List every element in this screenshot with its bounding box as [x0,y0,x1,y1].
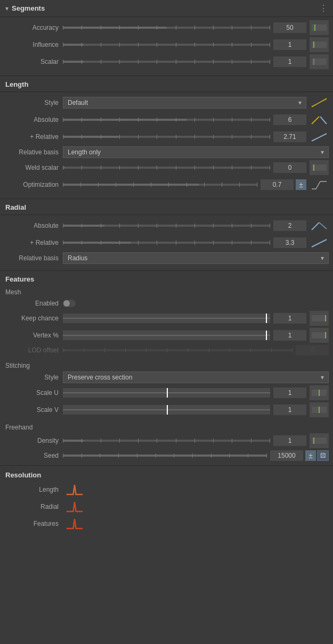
mesh-vertex-label: Vertex % [4,332,63,339]
mesh-subsection-label: Mesh [0,285,333,297]
length-relative-basis-dropdown[interactable]: Length only ▾ [63,146,329,158]
length-weld-scalar-value[interactable]: 0 [273,162,306,173]
influence-label: Influence [4,41,63,48]
influence-value[interactable]: 1 [273,39,306,50]
accuracy-slider[interactable] [63,23,270,32]
segments-header: ▾ Segments ⋮ [0,0,333,17]
radial-relative-row: + Relative 3.3 [0,234,333,251]
scalar-row: Scalar 1 [0,53,333,70]
freehand-seed-value[interactable]: 15000 [270,450,303,461]
influence-slider[interactable] [63,40,270,49]
resolution-length-label: Length [4,486,63,493]
length-relative-slider[interactable] [63,132,270,142]
mesh-lod-offset-row: LOD offset 0 [0,344,333,357]
stitching-scale-u-icon [310,385,329,400]
resolution-radial-label: Radial [4,503,63,510]
mesh-keep-chance-row: Keep chance 1 [0,310,333,327]
accuracy-label: Accuracy [4,24,63,31]
mesh-keep-chance-value[interactable]: 1 [273,313,306,324]
mesh-keep-chance-label: Keep chance [4,315,63,322]
radial-relative-label: + Relative [4,239,63,246]
radial-body: Absolute 2 [0,215,333,269]
mesh-enabled-knob [63,300,70,307]
stitching-scale-u-slider[interactable] [63,388,270,398]
scalar-slider[interactable] [63,57,270,67]
resolution-title: Resolution [5,471,41,479]
stitching-scale-v-row: Scale V 1 [0,401,333,418]
mesh-lod-offset-label: LOD offset [4,346,63,354]
accuracy-icon [310,20,329,35]
mesh-keep-chance-slider[interactable] [63,313,270,323]
scalar-value[interactable]: 1 [273,56,306,67]
radial-relative-basis-row: Relative basis Radius ▾ [0,251,333,265]
mesh-vertex-icon [310,328,329,343]
radial-relative-basis-label: Relative basis [4,254,63,262]
length-optimization-row: Optimization 0.7 ± [0,176,333,193]
resolution-radial-icon [65,499,84,514]
segments-body: Accuracy 50 [0,17,333,75]
mesh-vertex-slider[interactable] [63,331,270,340]
length-style-label: Style [4,99,63,106]
resolution-header: Resolution [0,467,333,481]
length-absolute-value[interactable]: 6 [273,114,306,125]
radial-header: Radial [0,200,333,215]
radial-absolute-label: Absolute [4,222,63,229]
freehand-seed-slider[interactable] [63,451,267,460]
length-title: Length [5,80,28,88]
length-weld-scalar-slider[interactable] [63,163,270,172]
length-relative-basis-arrow: ▾ [321,148,324,156]
freehand-density-slider[interactable] [63,436,270,445]
length-optimization-pm-btn[interactable]: ± [296,179,306,190]
resolution-features-row: Features [0,515,333,532]
radial-relative-basis-arrow: ▾ [321,254,324,262]
length-relative-label: + Relative [4,133,63,141]
radial-relative-value[interactable]: 3.3 [273,237,306,248]
radial-absolute-row: Absolute 2 [0,217,333,234]
mesh-lod-offset-slider [63,345,293,355]
stitching-style-label: Style [4,374,63,381]
accuracy-value[interactable]: 50 [273,22,306,33]
length-style-arrow: ▾ [298,99,302,106]
mesh-enabled-label: Enabled [4,300,63,307]
stitching-scale-v-icon [310,402,329,417]
segments-menu-icon[interactable]: ⋮ [319,3,328,13]
radial-absolute-slider[interactable] [63,221,270,230]
length-optimization-icon [310,177,329,192]
radial-title: Radial [5,203,26,211]
influence-row: Influence 1 [0,36,333,53]
resolution-length-row: Length [0,481,333,498]
length-absolute-row: Absolute 6 [0,111,333,128]
stitching-scale-u-value[interactable]: 1 [273,387,306,398]
radial-relative-slider[interactable] [63,238,270,247]
length-style-icon [310,95,329,110]
stitching-scale-v-slider[interactable] [63,405,270,415]
length-body: Style Default ▾ Absolute [0,92,333,197]
length-relative-value[interactable]: 2.71 [273,131,306,142]
mesh-keep-chance-icon [310,311,329,326]
length-optimization-label: Optimization [4,181,63,188]
scalar-label: Scalar [4,58,63,65]
mesh-vertex-value[interactable]: 1 [273,330,306,341]
stitching-scale-u-row: Scale U 1 [0,384,333,401]
stitching-style-value: Preserve cross section [68,374,132,381]
stitching-scale-v-value[interactable]: 1 [273,404,306,415]
freehand-seed-dice-btn[interactable]: ⚄ [317,450,329,461]
length-absolute-slider[interactable] [63,115,270,125]
length-optimization-value[interactable]: 0.7 [261,179,294,190]
freehand-density-value[interactable]: 1 [273,435,306,446]
freehand-seed-pm-btn[interactable]: ± [305,450,316,461]
resolution-features-icon [65,516,84,531]
length-style-dropdown[interactable]: Default ▾ [63,97,306,109]
length-weld-scalar-row: Weld scalar 0 [0,159,333,176]
mesh-enabled-toggle[interactable] [63,300,76,307]
stitching-style-dropdown[interactable]: Preserve cross section ▾ [63,371,329,383]
length-relative-icon [310,129,329,144]
svg-rect-27 [312,315,327,321]
radial-relative-basis-dropdown[interactable]: Radius ▾ [63,252,329,264]
segments-chevron[interactable]: ▾ [5,5,9,12]
main-panel: ▾ Segments ⋮ Accuracy 50 [0,0,333,532]
stitching-scale-u-label: Scale U [4,389,63,397]
length-weld-scalar-label: Weld scalar [4,164,63,171]
length-optimization-slider[interactable] [63,180,257,189]
radial-absolute-value[interactable]: 2 [273,220,306,231]
